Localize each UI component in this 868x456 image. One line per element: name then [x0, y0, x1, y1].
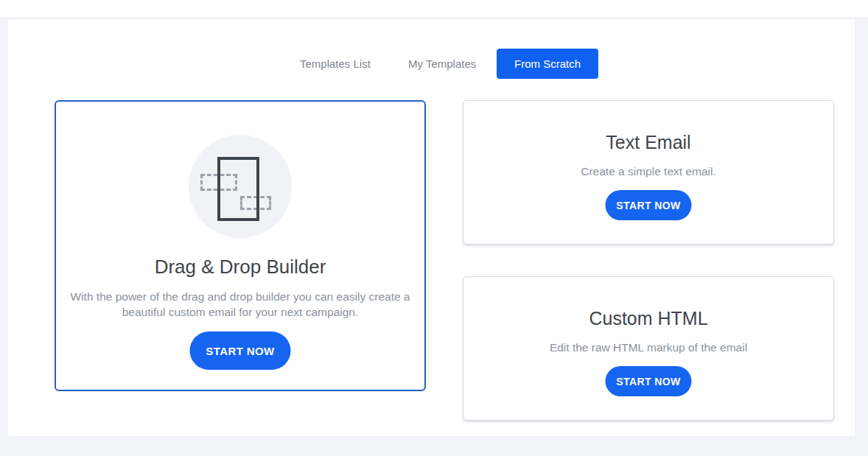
- start-now-button-drag-drop[interactable]: START NOW: [190, 332, 291, 370]
- card-title-custom-html: Custom HTML: [463, 308, 833, 329]
- card-custom-html[interactable]: Custom HTML Edit the raw HTML markup of …: [463, 276, 834, 421]
- document-outline-icon: [217, 157, 259, 221]
- tab-from-scratch[interactable]: From Scratch: [497, 49, 598, 79]
- card-description-custom-html: Edit the raw HTML markup of the email: [463, 340, 833, 355]
- card-drag-drop-builder[interactable]: Drag & Drop Builder With the power of th…: [55, 100, 426, 391]
- main-panel: Templates List My Templates From Scratch…: [8, 19, 855, 436]
- start-now-button-text-email[interactable]: START NOW: [606, 190, 692, 220]
- top-divider-strip: [0, 0, 868, 18]
- start-now-button-custom-html[interactable]: START NOW: [606, 366, 692, 396]
- card-description-drag-drop: With the power of the drag and drop buil…: [56, 289, 424, 320]
- card-text-email[interactable]: Text Email Create a simple text email. S…: [463, 100, 834, 245]
- card-description-text-email: Create a simple text email.: [463, 164, 833, 179]
- card-title-drag-drop: Drag & Drop Builder: [56, 256, 424, 277]
- tab-my-templates[interactable]: My Templates: [408, 57, 476, 70]
- tab-templates-list[interactable]: Templates List: [300, 57, 371, 70]
- card-title-text-email: Text Email: [463, 132, 833, 152]
